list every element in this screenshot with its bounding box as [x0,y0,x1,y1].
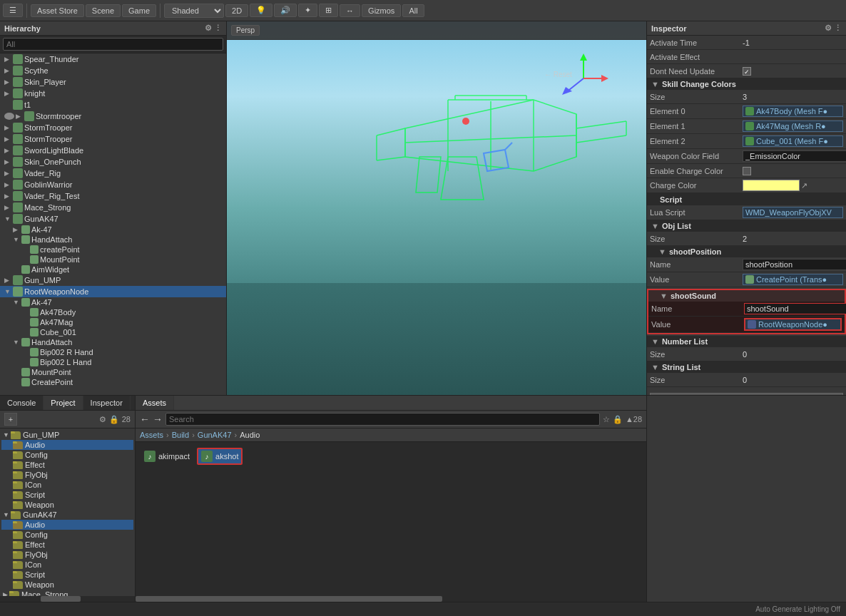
gun-ak47-weapon[interactable]: Weapon [1,580,133,590]
tree-item-stormtrooper2[interactable]: ▶ StormTrooper [0,133,226,145]
project-settings-btn[interactable]: ⚙ [99,415,106,424]
asset-akimpact[interactable]: ♪ akimpact [141,448,193,465]
gun-ump-effect[interactable]: Effect [1,460,133,470]
tree-item-spear[interactable]: ▶ Spear_Thunder [0,53,226,65]
tree-item-mace[interactable]: ▶ Mace_Strong [0,202,226,213]
project-scrollbar[interactable] [0,596,135,602]
persp-label[interactable]: Persp [231,25,260,36]
tree-item-scythe[interactable]: ▶ Scythe [0,65,226,76]
gun-ump-weapon[interactable]: Weapon [1,500,133,510]
shoot-pos-header[interactable]: ▼ shootPosition [647,246,846,257]
tree-item-ak47mag[interactable]: ▶ Ak47Mag [0,317,226,327]
tab-project[interactable]: Project [44,396,83,410]
asset-lock-btn2[interactable]: 🔒 [613,415,623,424]
element2-ref[interactable]: Cube_001 (Mesh F● [743,135,843,147]
tree-item-bip-l[interactable]: ▶ Bip002 L Hand [0,357,226,367]
tree-item-rootweaponnode[interactable]: ▼ RootWeaponNode [0,286,226,297]
shoot-sound-value-ref[interactable]: RootWeaponNode● [744,318,842,331]
mace-strong-root[interactable]: ▶ Mace_Strong [1,590,133,596]
gun-ump-flyobj[interactable]: FlyObj [1,470,133,480]
tree-item-gunak47[interactable]: ▼ GunAK47 [0,213,226,225]
gun-ump-audio[interactable]: Audio [1,440,133,450]
gun-ak47-audio[interactable]: Audio [1,520,133,530]
tree-item-createpoint2[interactable]: ▶ CreatePoint [0,377,226,387]
tree-item-cube001[interactable]: ▶ Cube_001 [0,327,226,337]
gun-ump-script[interactable]: Script [1,490,133,500]
scene-viewport[interactable]: ← Reset Persp [227,21,646,395]
script-header[interactable]: ▶ Script [647,193,846,205]
light-btn[interactable]: 💡 [250,4,272,17]
asset-star-btn[interactable]: ☆ [603,415,610,424]
tree-item-aimwidget[interactable]: ▶ AimWidget [0,265,226,274]
string-list-header[interactable]: ▼ String List [647,361,846,373]
all-btn[interactable]: All [402,4,424,17]
obj-list-header[interactable]: ▼ Obj List [647,220,846,232]
hierarchy-search-input[interactable] [3,38,223,51]
tree-item-vader-test[interactable]: ▶ Vader_Rig_Test [0,190,226,202]
tree-item-stormtrooper-eye[interactable]: ▶ Stormtrooper [0,111,226,122]
tab-game[interactable]: Game [122,4,156,17]
element0-ref[interactable]: Ak47Body (Mesh F● [743,106,843,117]
tree-item-knight[interactable]: ▶ knight [0,88,226,99]
tree-item-handattach1[interactable]: ▼ HandAttach [0,235,226,245]
tree-item-mountpoint1[interactable]: ▶ MountPoint [0,255,226,265]
gun-ump-icon[interactable]: ICon [1,480,133,490]
tree-item-handattach2[interactable]: ▼ HandAttach [0,337,226,347]
weapon-color-field-input[interactable] [743,150,846,162]
gun-ump-config[interactable]: Config [1,450,133,460]
breadcrumb-build[interactable]: Build [172,431,189,439]
audio-btn[interactable]: 🔊 [274,4,297,17]
tree-item-goblin[interactable]: ▶ GoblinWarrior [0,179,226,190]
tree-item-createpoint1[interactable]: ▶ createPoint [0,245,226,255]
snap-btn[interactable]: ⊞ [319,4,338,17]
enable-charge-color-checkbox[interactable] [743,167,751,175]
tab-asset-store[interactable]: Asset Store [31,4,84,17]
project-lock-btn[interactable]: 🔒 [109,415,119,424]
tree-item-swordlight[interactable]: ▶ SwordLightBlade [0,145,226,156]
number-list-header[interactable]: ▼ Number List [647,336,846,347]
tree-item-ak47[interactable]: ▶ Ak-47 [0,225,226,235]
asset-akshot[interactable]: ♪ akshot [197,448,243,465]
element1-ref[interactable]: Ak47Mag (Mesh R● [743,120,843,132]
gun-ak47-script[interactable]: Script [1,570,133,580]
asset-tab[interactable]: Assets [136,396,174,410]
breadcrumb-assets[interactable]: Assets [140,431,163,439]
tree-item-bip-r[interactable]: ▶ Bip002 R Hand [0,347,226,357]
inspector-settings[interactable]: ⚙ ⋮ [825,24,842,33]
shoot-sound-name-input[interactable] [744,303,846,314]
move-btn[interactable]: ↔ [340,4,360,17]
2d-btn[interactable]: 2D [225,4,248,17]
tree-item-t1[interactable]: ▶ t1 [0,99,226,111]
gun-ak47-icon[interactable]: ICon [1,560,133,570]
gizmos-btn[interactable]: Gizmos [362,4,401,17]
hierarchy-settings[interactable]: ⚙ ⋮ [205,24,222,33]
tab-scene[interactable]: Scene [86,4,121,17]
tree-item-mountpoint2[interactable]: ▶ MountPoint [0,367,226,377]
effects-btn[interactable]: ✦ [298,4,317,17]
tree-item-ak47-2[interactable]: ▼ Ak-47 [0,297,226,307]
tree-item-skin-onepunch[interactable]: ▶ Skin_OnePunch [0,156,226,168]
charge-color-swatch[interactable] [743,180,800,191]
tree-item-ak47body[interactable]: ▶ Ak47Body [0,307,226,317]
toolbar-hierarchy-btn[interactable]: ☰ [3,4,23,17]
dont-need-update-checkbox[interactable] [743,67,751,76]
charge-color-expand[interactable]: ↗ [801,181,807,190]
asset-search-input[interactable] [165,413,600,426]
add-folder-btn[interactable]: + [4,413,17,426]
gun-ump-root[interactable]: ▼ Gun_UMP [1,430,133,440]
asset-scrollbar[interactable] [136,596,646,602]
tree-item-stormtrooper1[interactable]: ▶ StormTrooper [0,122,226,133]
shading-dropdown[interactable]: Shaded [164,4,224,18]
shoot-value-ref[interactable]: CreatePoint (Trans● [743,274,843,285]
tab-inspector-bottom[interactable]: Inspector [83,396,131,410]
tab-console[interactable]: Console [0,396,44,410]
breadcrumb-gunak47[interactable]: GunAK47 [198,431,232,439]
skill-change-colors-header[interactable]: ▼ Skill Change Colors [647,78,846,90]
gun-ak47-flyobj[interactable]: FlyObj [1,550,133,560]
shoot-name-input[interactable] [743,259,846,270]
asset-forward-btn[interactable]: → [153,414,163,425]
tree-item-vader-rig[interactable]: ▶ Vader_Rig [0,168,226,179]
gun-ak47-config[interactable]: Config [1,530,133,540]
gun-ak47-effect[interactable]: Effect [1,540,133,550]
tree-item-skin-player[interactable]: ▶ Skin_Player [0,76,226,88]
